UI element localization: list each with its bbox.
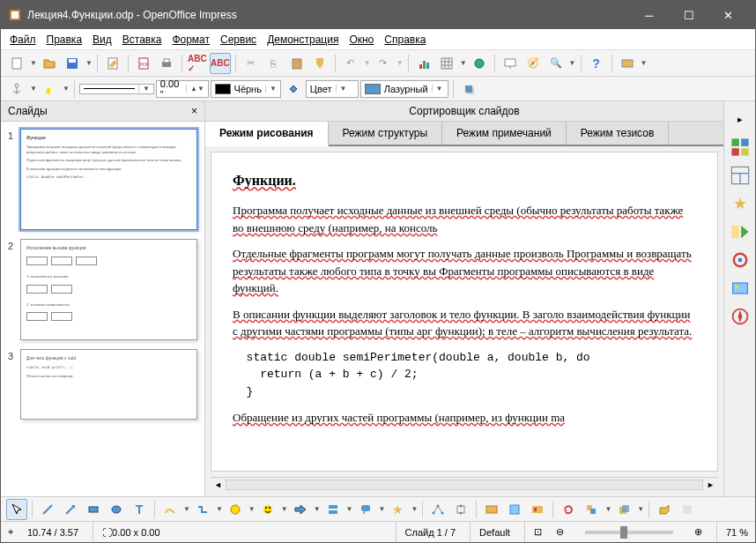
edit-doc-button[interactable]: [102, 53, 123, 74]
copy-button[interactable]: ⎘: [263, 53, 285, 74]
print-button[interactable]: [156, 53, 177, 74]
layouts-icon[interactable]: [730, 165, 751, 186]
line-tool[interactable]: [37, 499, 58, 520]
sorter-title: Сортировщик слайдов: [205, 101, 723, 122]
gallery-button[interactable]: [617, 53, 638, 74]
help-button[interactable]: ?: [586, 53, 607, 74]
new-button[interactable]: [6, 53, 27, 74]
statusbar: ⌖ 10.74 / 3.57 ⛶ 0.00 x 0.00 Слайд 1 / 7…: [1, 521, 755, 542]
zoom-slider[interactable]: [585, 531, 673, 534]
export-pdf-button[interactable]: PDF: [133, 53, 154, 74]
gallery-tool[interactable]: [527, 499, 548, 520]
points-tool[interactable]: [427, 499, 448, 520]
slide-thumb-2[interactable]: 2 Исполнение вызова функции 1. вычисляют…: [8, 239, 197, 340]
fill-bucket-button[interactable]: [283, 78, 304, 100]
zoom-fit-button[interactable]: ⊡: [524, 522, 542, 542]
callouts-tool[interactable]: [355, 499, 376, 520]
navigator-button[interactable]: 🧭: [523, 53, 544, 74]
save-button[interactable]: [62, 53, 83, 74]
gallery-icon[interactable]: [730, 278, 751, 299]
fill-color-combo[interactable]: Лазурный▼: [360, 80, 448, 98]
stars-tool[interactable]: ★: [387, 499, 408, 520]
symbol-shapes-tool[interactable]: [257, 499, 278, 520]
tab-drawing[interactable]: Режим рисования: [205, 122, 329, 146]
hyperlink-button[interactable]: [469, 53, 490, 74]
minimize-button[interactable]: ─: [629, 1, 669, 29]
block-arrows-tool[interactable]: [290, 499, 311, 520]
horizontal-scrollbar[interactable]: ◄►: [211, 477, 718, 491]
slides-panel-close[interactable]: ×: [191, 105, 197, 117]
menu-view[interactable]: Вид: [89, 32, 115, 48]
slide-thumb-3[interactable]: 3 Для чего функции с void static void pr…: [8, 349, 197, 420]
menu-format[interactable]: Формат: [168, 32, 213, 48]
slide-editor[interactable]: Функции. Программа получает исходные дан…: [211, 152, 718, 472]
rotate-tool[interactable]: [558, 499, 579, 520]
slide-p2: Отдельные фрагменты программ могут получ…: [233, 247, 692, 294]
spellcheck-button[interactable]: ABC✓: [187, 53, 208, 74]
slides-list[interactable]: 1 Функции Программа получает исходные да…: [1, 122, 204, 496]
presentation-button[interactable]: [500, 53, 521, 74]
table-button[interactable]: [436, 53, 457, 74]
navigator-icon[interactable]: [730, 306, 751, 327]
align-tool[interactable]: [581, 499, 602, 520]
restore-panel-icon[interactable]: ▸: [730, 108, 751, 130]
transitions-icon[interactable]: [730, 221, 751, 242]
connector-tool[interactable]: [192, 499, 213, 520]
menu-help[interactable]: Справка: [381, 32, 429, 48]
svg-rect-14: [441, 58, 452, 69]
svg-rect-49: [329, 510, 337, 514]
text-tool[interactable]: T: [129, 499, 150, 520]
slide-code2: return (a + b + c) / 2;: [233, 366, 696, 383]
menu-insert[interactable]: Вставка: [119, 32, 166, 48]
arrange-tool[interactable]: [613, 499, 634, 520]
menu-edit[interactable]: Правка: [43, 32, 86, 48]
svg-rect-30: [741, 148, 748, 155]
ellipse-tool[interactable]: [106, 499, 127, 520]
format-paint-button[interactable]: [309, 53, 330, 74]
zoom-button[interactable]: 🔍: [545, 53, 567, 74]
slide-thumb-1[interactable]: 1 Функции Программа получает исходные да…: [8, 129, 197, 230]
redo-button[interactable]: ↷: [373, 53, 394, 74]
basic-shapes-tool[interactable]: [225, 499, 246, 520]
undo-button[interactable]: ↶: [340, 53, 361, 74]
extrusion-tool[interactable]: [654, 499, 675, 520]
menu-service[interactable]: Сервис: [217, 32, 260, 48]
tab-handout[interactable]: Режим тезисов: [567, 122, 670, 145]
highlight-button[interactable]: [39, 78, 60, 100]
animation-icon[interactable]: [730, 249, 751, 271]
close-button[interactable]: ✕: [708, 1, 748, 29]
line-width-combo[interactable]: 0.00 "▲▼: [156, 80, 209, 98]
arrow-tool[interactable]: [60, 499, 81, 520]
fontwork-tool[interactable]: [481, 499, 502, 520]
fill-type-combo[interactable]: Цвет▼: [306, 80, 359, 98]
line-style-combo[interactable]: ▼: [79, 84, 154, 94]
shadow-button[interactable]: [458, 78, 479, 100]
menu-demo[interactable]: Демонстрация: [263, 32, 342, 48]
svg-point-47: [269, 507, 271, 509]
anchor-button[interactable]: [6, 78, 27, 100]
tab-notes[interactable]: Режим примечаний: [442, 122, 567, 145]
master-pages-icon[interactable]: [730, 137, 751, 158]
cut-button[interactable]: ✂: [241, 53, 262, 74]
maximize-button[interactable]: ☐: [669, 1, 708, 29]
svg-text:PDF: PDF: [140, 62, 149, 67]
zoom-in-button[interactable]: ⊕: [694, 526, 702, 538]
menu-window[interactable]: Окно: [345, 32, 377, 48]
interaction-tool[interactable]: [677, 499, 698, 520]
custom-animation-icon[interactable]: ★: [730, 193, 751, 214]
svg-rect-12: [423, 61, 426, 69]
open-button[interactable]: [39, 53, 60, 74]
line-color-combo[interactable]: Чёрнь▼: [211, 80, 281, 98]
flowchart-tool[interactable]: [322, 499, 344, 520]
menu-file[interactable]: Файл: [6, 32, 40, 48]
from-file-tool[interactable]: [504, 499, 525, 520]
tab-structure[interactable]: Режим структуры: [329, 122, 443, 145]
select-tool[interactable]: [6, 499, 27, 520]
paste-button[interactable]: [286, 53, 308, 74]
rect-tool[interactable]: [83, 499, 104, 520]
gluepoints-tool[interactable]: [450, 499, 471, 520]
autospell-button[interactable]: ABC: [210, 53, 231, 74]
chart-button[interactable]: [413, 53, 434, 74]
zoom-out-button[interactable]: ⊖: [556, 526, 564, 538]
curve-tool[interactable]: [159, 499, 181, 520]
